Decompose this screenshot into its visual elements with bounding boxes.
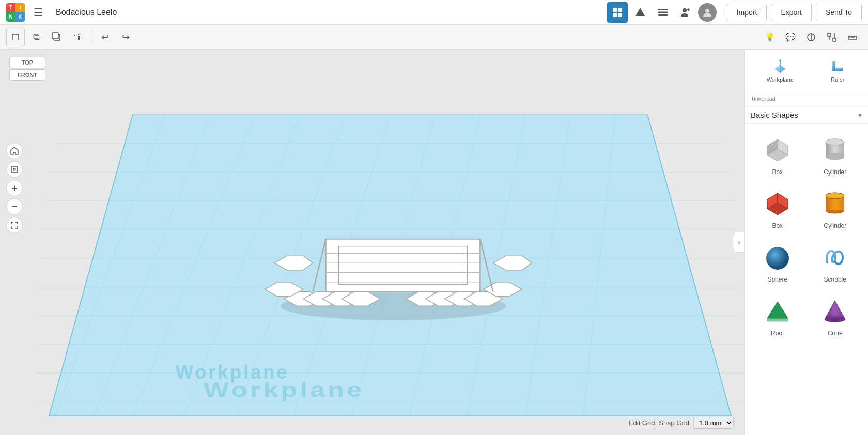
view-cube: TOP FRONT [6, 56, 49, 107]
edit-grid-button[interactable]: Edit Grid [629, 419, 655, 427]
logo-n: N [6, 12, 16, 22]
svg-marker-75 [779, 59, 781, 61]
ruler2-button[interactable] [843, 28, 862, 46]
svg-rect-77 [832, 61, 836, 71]
topbar: T I N K ☰ Bodacious Leelo Import Export … [0, 0, 868, 25]
logo: T I N K [6, 3, 25, 22]
svg-point-24 [13, 168, 16, 170]
new-button[interactable]: □ [6, 28, 25, 46]
svg-rect-5 [658, 9, 668, 10]
shapes-dropdown[interactable]: Basic Shapes ▾ [745, 106, 868, 124]
shape-cone-icon [819, 296, 850, 327]
import-button[interactable]: Import [727, 4, 767, 21]
profile-button[interactable] [698, 3, 717, 22]
ruler-tool[interactable]: Ruler [825, 56, 850, 85]
svg-rect-14 [828, 33, 831, 36]
shape-box-red-label: Box [772, 222, 783, 229]
shape-cylinder-gray[interactable]: Cylinder [807, 128, 864, 182]
svg-point-92 [826, 153, 844, 160]
top-right-buttons [607, 2, 717, 23]
svg-rect-0 [613, 8, 617, 12]
svg-point-8 [683, 8, 687, 12]
workplane-icon [772, 58, 788, 74]
shape-cylinder-gray-label: Cylinder [824, 168, 846, 176]
right-panel: Workplane [744, 50, 868, 435]
svg-point-9 [705, 9, 709, 13]
shape-box-gray[interactable]: Box [749, 128, 807, 182]
align-button[interactable] [823, 28, 841, 46]
shapes-dropdown-arrow: ▾ [858, 111, 862, 119]
main-area: TOP FRONT + − [0, 50, 868, 435]
svg-rect-61 [326, 239, 480, 292]
workplane-grid: Workplane [36, 91, 744, 435]
undo-button[interactable]: ↩ [96, 28, 114, 46]
home-button[interactable] [6, 143, 23, 159]
fit-button[interactable] [6, 217, 23, 234]
logo-i: I [16, 3, 25, 12]
light-button[interactable]: 💡 [761, 28, 779, 46]
snap-grid-label: Snap Grid [659, 419, 689, 427]
shapes-grid: Box Cylinder [745, 124, 868, 347]
shapes-dropdown-label: Basic Shapes [751, 111, 798, 119]
svg-rect-3 [618, 13, 622, 17]
shape-cone-label: Cone [828, 330, 843, 337]
svg-point-104 [825, 317, 845, 322]
svg-point-93 [826, 139, 844, 145]
shape-box-red-icon [762, 188, 793, 219]
shapes-category-header: Tinkercad [745, 91, 868, 106]
shape-roof-label: Roof [771, 330, 784, 337]
send-to-button[interactable]: Send To [816, 4, 862, 21]
right-toolbar-tools: 💡 💬 [761, 28, 862, 46]
view-top[interactable]: TOP [9, 57, 45, 68]
logo-k: K [16, 12, 25, 22]
shape-box-gray-label: Box [772, 168, 783, 176]
zoom-out-button[interactable]: − [6, 198, 23, 215]
shape-cylinder-gray-icon [819, 134, 850, 165]
svg-rect-15 [833, 38, 836, 41]
shape-sphere-icon [762, 242, 793, 273]
logo-t: T [6, 3, 16, 12]
comment-button[interactable]: 💬 [781, 28, 800, 46]
ruler-icon [829, 58, 846, 74]
svg-rect-1 [618, 8, 622, 12]
view-front[interactable]: FRONT [9, 69, 45, 81]
delete-button[interactable]: 🗑 [68, 28, 87, 46]
workplane-tool[interactable]: Workplane [763, 56, 798, 85]
svg-text:Workplane: Workplane [204, 379, 364, 401]
shape-sphere[interactable]: Sphere [749, 236, 807, 289]
frame-button[interactable] [6, 161, 23, 178]
svg-point-99 [826, 193, 844, 199]
shape-scribble[interactable]: Scribble [807, 236, 864, 289]
shape-cylinder-orange[interactable]: Cylinder [807, 182, 864, 236]
project-name: Bodacious Leelo [56, 8, 603, 17]
panel-tools: Workplane [745, 50, 868, 91]
shape-sphere-label: Sphere [767, 276, 787, 283]
add-user-button[interactable] [675, 2, 696, 23]
export-button[interactable]: Export [771, 4, 811, 21]
view-controls: + − [6, 143, 23, 234]
copy-button[interactable]: ⧉ [27, 28, 45, 46]
ruler-tool-label: Ruler [831, 76, 844, 83]
redo-button[interactable]: ↪ [116, 28, 135, 46]
svg-point-100 [766, 247, 789, 270]
toolbar-separator-1 [91, 30, 91, 44]
toolbar: □ ⧉ 🗑 ↩ ↪ 💡 💬 [0, 25, 868, 50]
shape-box-red[interactable]: Box [749, 182, 807, 236]
shape-roof[interactable]: Roof [749, 289, 807, 343]
mesh-view-button[interactable] [630, 2, 650, 23]
svg-rect-23 [11, 166, 18, 173]
shape-scribble-icon [819, 242, 850, 273]
zoom-in-button[interactable]: + [6, 180, 23, 196]
collapse-panel-arrow[interactable]: › [734, 232, 744, 253]
grid-view-button[interactable] [607, 2, 628, 23]
shape-cone[interactable]: Cone [807, 289, 864, 343]
reflect-button[interactable] [802, 28, 820, 46]
menu-button[interactable]: ☰ [29, 3, 48, 22]
snap-grid-select[interactable]: 1.0 mm 0.5 mm 2.0 mm 5.0 mm [693, 417, 734, 429]
svg-marker-4 [636, 8, 645, 16]
viewport[interactable]: TOP FRONT + − [0, 50, 744, 435]
duplicate-button[interactable] [48, 28, 66, 46]
layers-button[interactable] [653, 2, 673, 23]
workplane-tool-label: Workplane [767, 76, 794, 83]
svg-rect-11 [52, 33, 58, 39]
